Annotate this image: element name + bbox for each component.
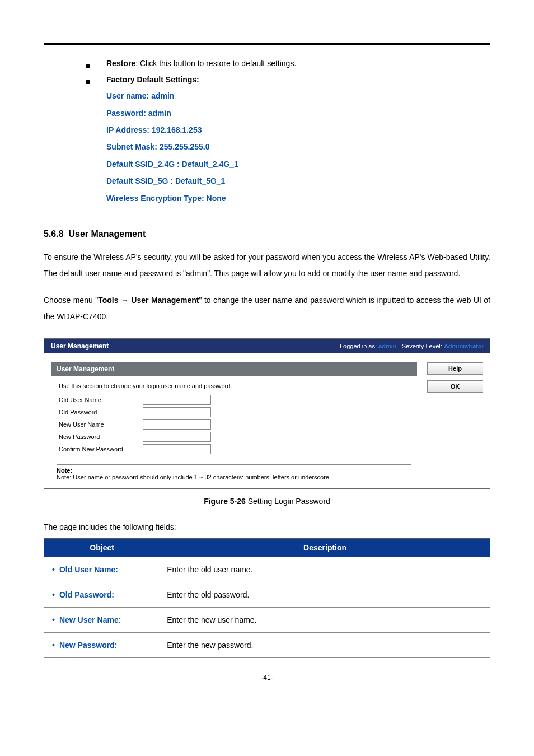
bullet-factory: Factory Default Settings: <box>86 72 490 87</box>
th-object: Object <box>44 539 160 557</box>
row-old-user: Old User Name <box>59 395 417 405</box>
ok-button[interactable]: OK <box>427 380 483 393</box>
square-bullet-icon <box>86 80 90 84</box>
fields-intro: The page includes the following fields: <box>44 522 490 531</box>
default-encryption: Wireless Encryption Type: None <box>106 190 490 207</box>
table-row: •Old Password: Enter the old password. <box>44 582 490 608</box>
bullet-text: Restore: Click this button to restore to… <box>106 56 296 71</box>
obj-cell: Old User Name: <box>59 565 118 574</box>
figure-caption-text: Setting Login Password <box>246 497 330 506</box>
input-new-user[interactable] <box>143 419 211 430</box>
section-number: 5.6.8 <box>44 229 64 239</box>
logged-user: admin <box>378 343 396 349</box>
row-confirm-pass: Confirm New Password <box>59 444 417 454</box>
default-password: Password: admin <box>106 105 490 122</box>
label-confirm-pass: Confirm New Password <box>59 446 143 452</box>
topbar-title: User Management <box>51 342 109 350</box>
dot-bullet-icon: • <box>52 590 55 599</box>
severity-label: Severity Level: <box>402 343 444 349</box>
page-number: -41- <box>44 674 490 682</box>
figure-topbar: User Management Logged in as: admin Seve… <box>44 339 490 353</box>
dot-bullet-icon: • <box>52 641 55 650</box>
figure-screenshot: User Management Logged in as: admin Seve… <box>44 338 490 489</box>
factory-defaults-block: User name: admin Password: admin IP Addr… <box>106 88 490 207</box>
restore-desc: : Click this button to restore to defaul… <box>135 59 296 68</box>
input-new-pass[interactable] <box>143 432 211 442</box>
dot-bullet-icon: • <box>52 615 55 624</box>
note-title: Note: <box>57 467 72 474</box>
input-old-pass[interactable] <box>143 407 211 417</box>
bullet-restore: Restore: Click this button to restore to… <box>86 56 490 71</box>
th-description: Description <box>160 539 490 557</box>
panel-title: User Management <box>51 362 417 376</box>
row-old-pass: Old Password <box>59 407 417 417</box>
input-confirm-pass[interactable] <box>143 444 211 454</box>
figure-caption-number: Figure 5-26 <box>204 497 246 506</box>
para2-usermgmt: User Management <box>131 296 199 305</box>
panel-help-text: Use this section to change your login us… <box>59 382 417 389</box>
desc-cell: Enter the new password. <box>160 633 490 658</box>
desc-cell: Enter the new user name. <box>160 608 490 633</box>
logged-label: Logged in as: <box>340 343 378 349</box>
section-heading: 5.6.8 User Management <box>44 229 490 239</box>
topbar-status: Logged in as: admin Severity Level: Admi… <box>340 343 484 349</box>
obj-cell: New Password: <box>59 641 117 650</box>
severity-value: Administrator <box>444 343 484 349</box>
label-new-pass: New Password <box>59 433 143 440</box>
dot-bullet-icon: • <box>52 565 55 574</box>
table-row: •Old User Name: Enter the old user name. <box>44 557 490 582</box>
top-rule <box>44 43 490 45</box>
bullet-list: Restore: Click this button to restore to… <box>86 56 490 87</box>
default-user-name: User name: admin <box>106 88 490 104</box>
obj-cell: New User Name: <box>59 615 121 624</box>
factory-label: Factory Default Settings: <box>106 72 199 87</box>
para2-tools: Tools <box>98 296 118 305</box>
label-old-user: Old User Name <box>59 396 143 403</box>
default-ip: IP Address: 192.168.1.253 <box>106 122 490 138</box>
desc-cell: Enter the old password. <box>160 582 490 608</box>
section-title: User Management <box>68 229 146 239</box>
fields-table: Object Description •Old User Name: Enter… <box>44 538 490 658</box>
arrow-icon: → <box>118 296 131 305</box>
input-old-user[interactable] <box>143 395 211 405</box>
figure-caption: Figure 5-26 Setting Login Password <box>44 497 490 506</box>
row-new-user: New User Name <box>59 419 417 430</box>
note-body: Note: User name or password should only … <box>57 474 331 480</box>
default-ssid-5: Default SSID_5G : Default_5G_1 <box>106 173 490 189</box>
desc-cell: Enter the old user name. <box>160 557 490 582</box>
para2-a: Choose menu " <box>44 296 98 305</box>
row-new-pass: New Password <box>59 432 417 442</box>
restore-label: Restore <box>106 59 135 68</box>
default-subnet: Subnet Mask: 255.255.255.0 <box>106 139 490 155</box>
table-row: •New User Name: Enter the new user name. <box>44 608 490 633</box>
section-para-1: To ensure the Wireless AP's security, yo… <box>44 249 490 282</box>
obj-cell: Old Password: <box>59 590 114 599</box>
note-block: Note: Note: User name or password should… <box>57 464 411 480</box>
help-button[interactable]: Help <box>427 362 483 375</box>
square-bullet-icon <box>86 64 90 68</box>
label-old-pass: Old Password <box>59 409 143 416</box>
default-ssid-24: Default SSID_2.4G : Default_2.4G_1 <box>106 156 490 172</box>
section-para-2: Choose menu "Tools → User Management" to… <box>44 292 490 325</box>
table-row: •New Password: Enter the new password. <box>44 633 490 658</box>
label-new-user: New User Name <box>59 421 143 428</box>
